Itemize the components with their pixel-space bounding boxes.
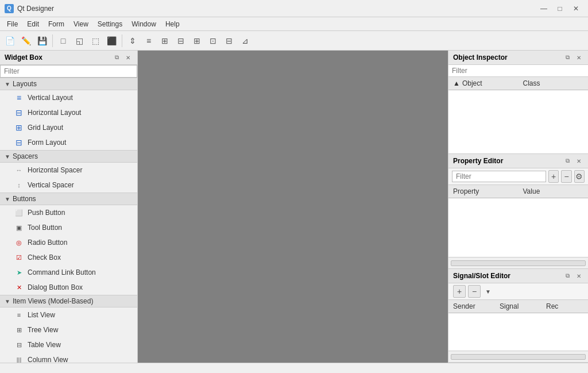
toolbar-btn-14[interactable]: ⊡ [206, 33, 220, 48]
object-inspector-close-button[interactable]: ✕ [574, 53, 583, 62]
widget-box-close-button[interactable]: ✕ [123, 53, 133, 62]
widget-item[interactable]: ⊞Grid Layout [0, 120, 137, 135]
category-arrow: ▼ [5, 298, 10, 305]
status-bar [0, 363, 588, 373]
widget-item[interactable]: ↕Vertical Spacer [0, 178, 137, 193]
object-inspector-header: Object Inspector ⧉ ✕ [448, 51, 588, 65]
object-inspector-float-button[interactable]: ⧉ [563, 53, 572, 62]
category-arrow: ▼ [5, 153, 10, 160]
widget-item-label: Grid Layout [28, 124, 63, 132]
widget-icon-tool-button: ▣ [14, 222, 24, 233]
menu-item-form[interactable]: Form [44, 19, 69, 29]
toolbar-btn-10[interactable]: ≡ [141, 33, 156, 48]
widget-item[interactable]: ≡Vertical Layout [0, 90, 137, 105]
category-header-buttons[interactable]: ▼Buttons [0, 193, 137, 205]
widget-item-label: Horizontal Spacer [28, 166, 82, 174]
widget-item[interactable]: |||Column View [0, 352, 137, 363]
widget-item-label: Form Layout [28, 139, 66, 147]
widget-item[interactable]: ≡List View [0, 307, 137, 322]
widget-item[interactable]: ✕Dialog Button Box [0, 280, 137, 295]
menu-item-help[interactable]: Help [161, 19, 184, 29]
toolbar-btn-11[interactable]: ⊞ [157, 33, 172, 48]
property-remove-button[interactable]: − [561, 170, 571, 183]
signal-slot-title: Signal/Slot Editor [453, 272, 510, 280]
widget-item-label: Radio Button [28, 239, 67, 247]
widget-item[interactable]: ⬜Push Button [0, 205, 137, 220]
close-button[interactable]: ✕ [568, 3, 583, 14]
widget-item-label: Vertical Layout [28, 94, 73, 102]
object-inspector-columns: ▲ Object Class [448, 77, 588, 90]
object-inspector-filter[interactable] [448, 65, 588, 77]
widget-item-label: Tool Button [28, 224, 62, 232]
signal-remove-button[interactable]: − [468, 285, 481, 298]
signal-columns: Sender Signal Rec [448, 300, 588, 313]
property-editor-float-button[interactable]: ⧉ [563, 156, 572, 166]
toolbar-btn-6[interactable]: ⬚ [88, 33, 103, 48]
toolbar-btn-4[interactable]: □ [56, 33, 71, 48]
menu-item-file[interactable]: File [2, 19, 22, 29]
property-scrollbar[interactable] [451, 260, 586, 266]
widget-box-panel: Widget Box ⧉ ✕ ▼Layouts≡Vertical Layout⊟… [0, 51, 138, 363]
widget-box-filter[interactable] [0, 65, 137, 78]
widget-icon-column-view: ||| [14, 355, 24, 363]
property-editor-filter[interactable] [452, 171, 546, 182]
widget-item[interactable]: ⊟Table View [0, 337, 137, 352]
signal-slot-controls: ⧉ ✕ [563, 271, 583, 280]
sort-icon: ▲ [453, 79, 460, 87]
signal-add-button[interactable]: + [453, 285, 466, 298]
widget-item[interactable]: ☑Check Box [0, 250, 137, 265]
category-label: Layouts [13, 80, 37, 88]
toolbar-btn-5[interactable]: ◱ [72, 33, 87, 48]
maximize-button[interactable]: □ [552, 3, 567, 14]
category-label: Spacers [13, 152, 38, 160]
widget-item[interactable]: ⊟Form Layout [0, 135, 137, 150]
property-settings-button[interactable]: ⚙ [574, 170, 585, 183]
menu-item-view[interactable]: View [69, 19, 93, 29]
widget-item-label: Tree View [28, 326, 58, 334]
category-header-spacers[interactable]: ▼Spacers [0, 150, 137, 163]
class-col-header: Class [519, 78, 589, 89]
toolbar-btn-7[interactable]: ⬛ [104, 33, 119, 48]
minimize-button[interactable]: — [536, 3, 551, 14]
property-add-button[interactable]: + [548, 170, 559, 183]
widget-icon-check-box: ☑ [14, 252, 24, 263]
widget-item-label: Vertical Spacer [28, 181, 74, 189]
widget-icon-vertical-spacer: ↕ [14, 180, 24, 190]
widget-box-controls: ⧉ ✕ [112, 53, 133, 62]
toolbar-btn-9[interactable]: ⇕ [125, 33, 140, 48]
menu-item-settings[interactable]: Settings [93, 19, 127, 29]
signal-scrollbar[interactable] [451, 354, 586, 360]
widget-icon-grid-layout: ⊞ [14, 122, 24, 133]
property-editor-close-button[interactable]: ✕ [574, 156, 583, 166]
toolbar-btn-15[interactable]: ⊟ [222, 33, 237, 48]
widget-list: ▼Layouts≡Vertical Layout⊟Horizontal Layo… [0, 78, 137, 363]
app-title: Qt Designer [17, 5, 536, 13]
widget-box-float-button[interactable]: ⧉ [112, 53, 121, 62]
widget-item[interactable]: ⊟Horizontal Layout [0, 105, 137, 120]
widget-item[interactable]: ⊞Tree View [0, 322, 137, 337]
signal-slot-close-button[interactable]: ✕ [574, 271, 583, 280]
toolbar-btn-0[interactable]: 📄 [2, 33, 17, 48]
widget-box-header: Widget Box ⧉ ✕ [0, 51, 137, 65]
widget-icon-dialog-button-box: ✕ [14, 282, 24, 293]
toolbar-btn-1[interactable]: ✏️ [18, 33, 33, 48]
widget-item[interactable]: ➤Command Link Button [0, 265, 137, 280]
category-header-item-views-(model-based)[interactable]: ▼Item Views (Model-Based) [0, 295, 137, 307]
category-arrow: ▼ [5, 196, 10, 202]
signal-slot-float-button[interactable]: ⧉ [563, 271, 572, 280]
signal-slot-editor-panel: Signal/Slot Editor ⧉ ✕ + − ▼ Sender Sign… [448, 269, 588, 363]
menu-item-edit[interactable]: Edit [22, 19, 44, 29]
widget-item-label: Command Link Button [28, 268, 96, 276]
object-col-header: ▲ Object [448, 78, 519, 89]
toolbar-btn-13[interactable]: ⊞ [189, 33, 204, 48]
category-header-layouts[interactable]: ▼Layouts [0, 78, 137, 90]
toolbar-btn-16[interactable]: ⊿ [238, 33, 253, 48]
menu-item-window[interactable]: Window [127, 19, 161, 29]
toolbar-btn-2[interactable]: 💾 [34, 33, 49, 48]
signal-arrow: ▼ [485, 289, 491, 295]
toolbar-btn-12[interactable]: ⊟ [173, 33, 188, 48]
canvas-area[interactable] [138, 51, 448, 363]
widget-item[interactable]: ◎Radio Button [0, 235, 137, 250]
widget-item[interactable]: ▣Tool Button [0, 220, 137, 235]
widget-item[interactable]: ↔Horizontal Spacer [0, 163, 137, 178]
